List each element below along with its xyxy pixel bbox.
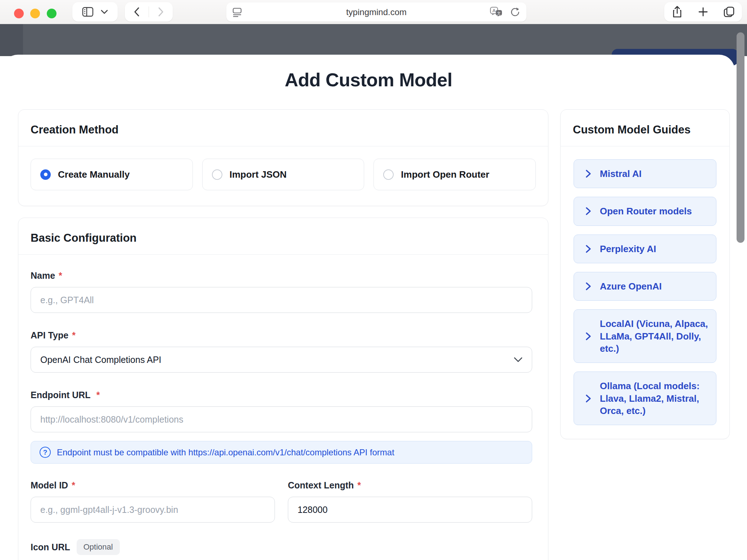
name-label: Name*	[31, 270, 532, 281]
radio-icon[interactable]	[40, 169, 51, 180]
api-type-select[interactable]: OpenAI Chat Completions API	[31, 347, 532, 373]
share-button[interactable]	[664, 2, 690, 22]
new-tab-icon	[698, 7, 708, 17]
icon-url-label: Icon URL	[31, 542, 70, 552]
address-bar[interactable]: typingmind.com A 文	[226, 3, 526, 22]
endpoint-info-text: Endpoint must be compatible with https:/…	[57, 447, 394, 457]
guide-chevron-icon	[585, 245, 592, 253]
svg-text:A: A	[492, 8, 496, 13]
select-chevron-icon	[514, 357, 522, 363]
radio-option-create-manually[interactable]: Create Manually	[31, 159, 193, 190]
window-zoom-button[interactable]	[47, 9, 56, 18]
basic-configuration-card: Basic Configuration Name* API Type*	[18, 218, 548, 560]
guide-link-localai[interactable]: LocalAI (Vicuna, Alpaca, LLaMa, GPT4All,…	[574, 309, 716, 363]
guide-label: LocalAI (Vicuna, Alpaca, LLaMa, GPT4All,…	[600, 318, 709, 355]
guide-chevron-icon	[585, 169, 592, 178]
page-scrollbar-thumb[interactable]	[737, 32, 744, 243]
radio-option-label: Import Open Router	[401, 169, 489, 180]
guide-label: Azure OpenAI	[600, 280, 662, 292]
guide-link-open-router-models[interactable]: Open Router models	[574, 197, 716, 226]
back-button[interactable]	[125, 2, 149, 22]
history-nav-group	[125, 2, 173, 22]
radio-icon[interactable]	[212, 169, 222, 180]
api-type-label: API Type*	[31, 330, 532, 341]
name-input[interactable]	[31, 287, 532, 313]
api-type-selected-value: OpenAI Chat Completions API	[40, 355, 161, 365]
guide-chevron-icon	[585, 332, 592, 341]
toolbar-chevron-down-icon	[101, 10, 108, 14]
guides-heading: Custom Model Guides	[561, 110, 729, 146]
endpoint-url-input[interactable]	[31, 406, 532, 432]
guide-chevron-icon	[585, 207, 592, 215]
sidebar-controls-group	[72, 2, 118, 22]
add-custom-model-dialog: Add Custom Model Creation Method Create …	[2, 55, 735, 560]
reload-icon	[510, 7, 520, 18]
endpoint-info-banner: ? Endpoint must be compatible with https…	[31, 441, 532, 464]
creation-method-heading: Creation Method	[18, 110, 548, 146]
share-icon	[672, 6, 682, 18]
svg-text:文: 文	[497, 11, 501, 15]
app-sidebar-strip	[0, 24, 23, 56]
sidebar-toggle-button[interactable]	[82, 2, 94, 22]
radio-option-import-json[interactable]: Import JSON	[202, 159, 365, 190]
guide-chevron-icon	[585, 282, 592, 291]
guide-link-ollama[interactable]: Ollama (Local models: Llava, Llama2, Mis…	[574, 372, 716, 425]
basic-configuration-heading: Basic Configuration	[18, 218, 548, 255]
guide-label: Ollama (Local models: Llava, Llama2, Mis…	[600, 380, 709, 417]
tabs-overview-button[interactable]	[716, 2, 742, 22]
guide-label: Perplexity AI	[600, 243, 656, 255]
guide-link-mistral-ai[interactable]: Mistral AI	[574, 159, 716, 188]
context-length-input[interactable]	[288, 497, 532, 523]
creation-method-card: Creation Method Create Manually Import J…	[18, 109, 548, 206]
browser-toolbar: typingmind.com A 文	[0, 0, 747, 24]
back-icon	[134, 7, 140, 17]
required-marker: *	[72, 330, 76, 341]
model-id-input[interactable]	[31, 497, 275, 523]
radio-icon[interactable]	[383, 169, 394, 180]
translate-button[interactable]: A 文	[490, 3, 503, 22]
required-marker: *	[96, 390, 100, 400]
forward-button[interactable]	[149, 2, 173, 22]
radio-option-label: Create Manually	[58, 169, 130, 180]
guide-link-azure-openai[interactable]: Azure OpenAI	[574, 272, 716, 301]
guide-label: Mistral AI	[600, 168, 642, 180]
required-marker: *	[72, 480, 75, 491]
window-actions-group	[664, 2, 742, 22]
window-close-button[interactable]	[14, 9, 24, 18]
new-tab-button[interactable]	[690, 2, 716, 22]
forward-icon	[158, 7, 164, 17]
translate-icon: A 文	[490, 6, 503, 18]
optional-badge: Optional	[77, 539, 120, 555]
custom-model-guides-card: Custom Model Guides Mistral AI Open Rout…	[560, 109, 730, 439]
url-text: typingmind.com	[226, 7, 526, 17]
reload-button[interactable]	[510, 3, 520, 22]
sidebar-menu-button[interactable]	[101, 2, 108, 22]
sidebar-toggle-icon	[82, 7, 94, 17]
endpoint-url-label: Endpoint URL*	[31, 390, 532, 400]
guide-link-perplexity-ai[interactable]: Perplexity AI	[574, 235, 716, 263]
radio-option-label: Import JSON	[230, 169, 287, 180]
context-length-label: Context Length*	[288, 480, 532, 491]
radio-option-import-open-router[interactable]: Import Open Router	[374, 159, 536, 190]
guide-label: Open Router models	[600, 205, 692, 217]
required-marker: *	[357, 480, 361, 491]
dialog-title: Add Custom Model	[2, 69, 735, 91]
question-circle-icon: ?	[40, 447, 51, 458]
guide-chevron-icon	[585, 394, 592, 403]
required-marker: *	[59, 270, 62, 281]
window-minimize-button[interactable]	[30, 9, 40, 18]
tabs-overview-icon	[723, 6, 735, 18]
model-id-label: Model ID*	[31, 480, 275, 491]
